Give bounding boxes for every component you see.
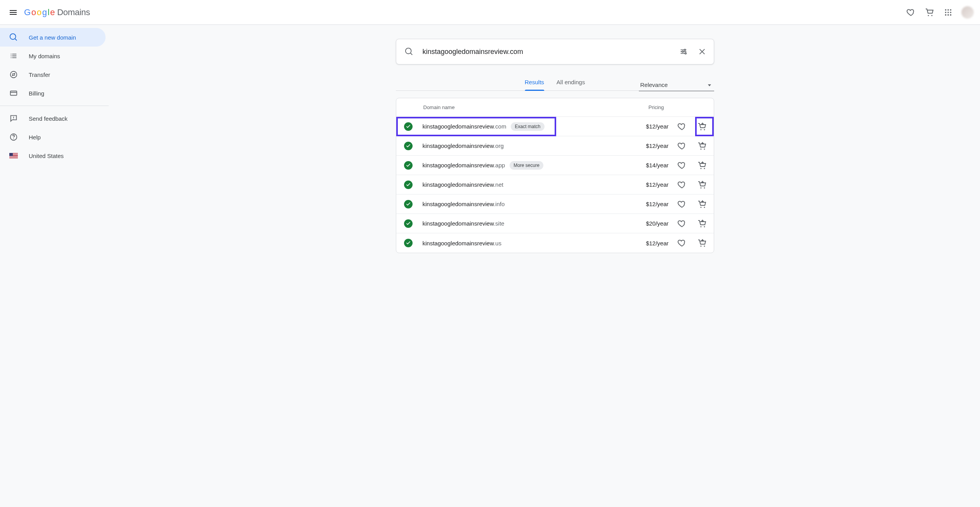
sidebar: Get a new domain My domains Transfer Bil… [0,25,109,507]
sort-select[interactable]: Relevance [639,79,714,91]
main-menu-button[interactable] [5,4,22,21]
result-row[interactable]: kinstagoogledomainsreview.site $20/year [396,214,714,233]
col-pricing: Pricing [649,104,664,110]
cart-button[interactable] [921,4,938,21]
card-icon [9,89,18,97]
sidebar-divider [0,106,109,106]
sidebar-item-label: Billing [29,90,44,97]
sidebar-item-label: Get a new domain [29,34,76,41]
add-to-cart-button[interactable] [695,197,709,211]
available-icon [404,239,413,247]
favorite-button[interactable] [675,139,689,153]
sidebar-item-my-domains[interactable]: My domains [0,47,106,65]
sort-label: Relevance [640,82,668,88]
add-cart-icon [697,180,707,189]
heart-icon [677,238,687,248]
feedback-icon [9,114,18,123]
favorites-button[interactable] [902,4,919,21]
domain-name: kinstagoogledomainsreview.net [423,181,503,188]
search-icon [405,47,413,56]
sidebar-item-transfer[interactable]: Transfer [0,65,106,84]
result-row[interactable]: kinstagoogledomainsreview.com Exact matc… [396,117,714,136]
heart-icon [677,219,687,228]
sidebar-item-country[interactable]: United States [0,146,106,165]
add-to-cart-button[interactable] [695,217,709,231]
results-table: Domain name Pricing kinstagoogledomainsr… [396,98,714,253]
help-icon [9,133,18,141]
domain-search-input[interactable] [422,47,673,56]
heart-icon [677,161,687,170]
domain-name: kinstagoogledomainsreview.site [423,220,505,227]
add-to-cart-button[interactable] [695,178,709,192]
heart-icon [906,8,916,17]
domain-name: kinstagoogledomainsreview.com [423,123,506,130]
result-row[interactable]: kinstagoogledomainsreview.org $12/year [396,136,714,156]
product-logo[interactable]: Google Domains [24,7,90,17]
result-row[interactable]: kinstagoogledomainsreview.app More secur… [396,156,714,175]
results-header-row: Domain name Pricing [396,98,714,117]
sidebar-item-label: Transfer [29,71,50,78]
tune-icon [679,47,688,56]
transfer-icon [9,70,18,79]
tab-all-endings[interactable]: All endings [557,73,585,90]
favorite-button[interactable] [675,217,689,231]
domain-name: kinstagoogledomainsreview.org [423,142,504,149]
favorite-button[interactable] [675,178,689,192]
sidebar-item-help[interactable]: Help [0,128,106,146]
favorite-button[interactable] [675,158,689,172]
search-bar [396,39,714,64]
list-icon [9,52,18,60]
results-controls: Results All endings Relevance [396,74,714,91]
close-icon [698,47,706,56]
account-avatar[interactable] [961,6,974,19]
domain-name: kinstagoogledomainsreview.app [423,162,505,168]
price: $14/year [646,162,668,168]
result-row[interactable]: kinstagoogledomainsreview.info $12/year [396,194,714,214]
app-header: Google Domains [0,0,980,25]
add-cart-icon [697,141,707,151]
us-flag-icon [9,153,18,158]
heart-icon [677,200,687,209]
add-to-cart-button[interactable] [695,158,709,172]
sidebar-item-billing[interactable]: Billing [0,84,106,102]
apps-icon [944,8,952,17]
add-to-cart-button[interactable] [695,139,709,153]
sidebar-item-label: Send feedback [29,115,68,122]
price: $12/year [646,201,668,207]
clear-search-button[interactable] [694,44,710,59]
add-to-cart-button[interactable] [695,236,709,250]
add-cart-icon [697,122,707,131]
sidebar-item-label: Help [29,134,41,141]
available-icon [404,219,413,228]
available-icon [404,142,413,150]
price: $20/year [646,220,668,227]
heart-icon [677,180,687,189]
favorite-button[interactable] [675,197,689,211]
product-name: Domains [57,7,90,17]
heart-icon [677,141,687,151]
sidebar-item-label: My domains [29,53,60,59]
tab-results[interactable]: Results [525,73,544,90]
domain-name: kinstagoogledomainsreview.info [423,201,505,207]
heart-icon [677,122,687,131]
available-icon [404,122,413,131]
google-apps-button[interactable] [940,4,957,21]
exact-match-badge: Exact match [511,122,544,131]
search-filters-button[interactable] [676,44,691,59]
sidebar-item-get-domain[interactable]: Get a new domain [0,28,106,47]
favorite-button[interactable] [675,120,689,134]
sidebar-item-feedback[interactable]: Send feedback [0,109,106,128]
cart-icon [925,8,934,17]
favorite-button[interactable] [675,236,689,250]
add-to-cart-button[interactable] [695,120,709,134]
price: $12/year [646,142,668,149]
add-cart-icon [697,161,707,170]
menu-icon [9,8,18,17]
more-secure-badge: More secure [510,161,543,170]
col-domain-name: Domain name [423,104,455,110]
sidebar-item-label: United States [29,153,64,159]
price: $12/year [646,240,668,247]
available-icon [404,200,413,208]
result-row[interactable]: kinstagoogledomainsreview.us $12/year [396,233,714,253]
result-row[interactable]: kinstagoogledomainsreview.net $12/year [396,175,714,194]
